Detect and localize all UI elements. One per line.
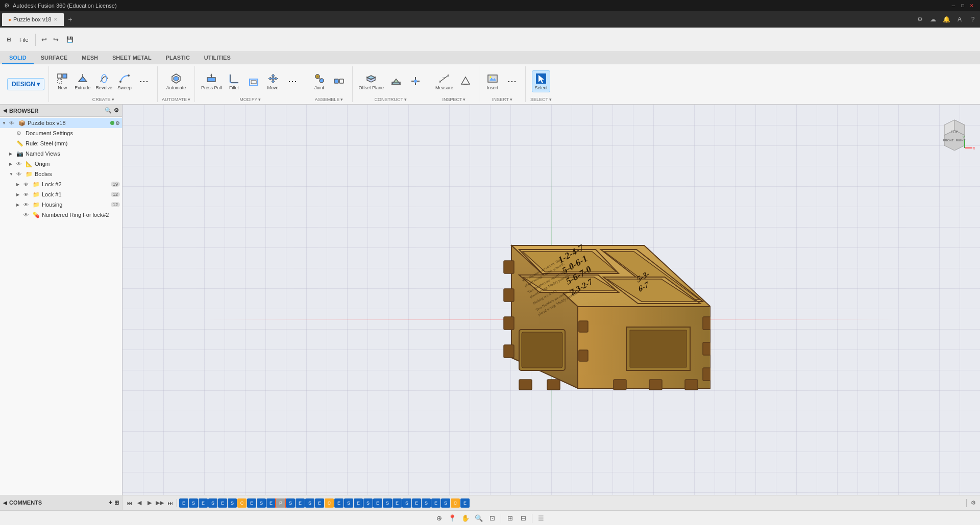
timeline-op-17[interactable]: E (334, 498, 344, 508)
grid-toggle-button[interactable]: ⊞ (504, 513, 516, 524)
tool-shell[interactable] (244, 73, 263, 89)
eye-ring[interactable]: 👁 (23, 212, 31, 218)
insert-arrow-icon[interactable]: ▾ (510, 97, 512, 102)
timeline-op-15[interactable]: E (315, 498, 324, 508)
comments-add-icon[interactable]: + (109, 499, 112, 506)
browser-settings-icon[interactable]: ⚙ (114, 107, 119, 114)
tool-sweep[interactable]: Sweep (115, 71, 134, 92)
tree-item-namedviews[interactable]: ▶ 📷 Named Views (0, 148, 122, 159)
timeline-op-28[interactable]: S (441, 498, 450, 508)
timeline-op-8[interactable]: E (247, 498, 256, 508)
timeline-op-10[interactable]: E (266, 498, 276, 508)
modify-arrow-icon[interactable]: ▾ (258, 97, 261, 102)
tool-new-component[interactable]: New (53, 71, 71, 92)
tool-assemble-component[interactable]: Joint (310, 71, 329, 92)
tool-move[interactable]: Move (264, 71, 282, 92)
redo-button[interactable]: ↪ (51, 34, 62, 45)
timeline-op-12[interactable]: S (286, 498, 295, 508)
assemble-arrow-icon[interactable]: ▾ (340, 97, 343, 102)
browser-collapse-icon[interactable]: ◀ (3, 108, 7, 113)
tree-item-lock2[interactable]: ▶ 👁 📁 Lock #2 19 (0, 179, 122, 189)
tree-item-housing[interactable]: ▶ 👁 📁 Housing 12 (0, 199, 122, 210)
undo-button[interactable]: ↩ (39, 34, 50, 45)
inspect-arrow-icon[interactable]: ▾ (463, 97, 465, 102)
tool-more-construct[interactable] (406, 73, 425, 89)
ribbon-tab-solid[interactable]: SOLID (2, 52, 34, 64)
tool-fillet[interactable]: Fillet (225, 71, 243, 92)
tool-offset-plane[interactable]: Offset Plane (357, 71, 386, 92)
pan-button[interactable]: 📍 (447, 513, 458, 524)
file-menu-button[interactable]: File (16, 33, 32, 47)
tool-select[interactable]: Select (532, 70, 550, 92)
timeline-op-6[interactable]: S (228, 498, 237, 508)
ribbon-tab-sheetmetal[interactable]: SHEET METAL (105, 52, 159, 64)
timeline-op-13[interactable]: E (296, 498, 305, 508)
orbit-button[interactable]: ⊕ (433, 513, 445, 524)
timeline-op-27[interactable]: E (431, 498, 440, 508)
select-arrow-icon[interactable]: ▾ (549, 97, 552, 102)
timeline-next-button[interactable]: ▶▶ (155, 498, 164, 508)
timeline-op-9[interactable]: S (257, 498, 266, 508)
comments-collapse-icon[interactable]: ◀ (3, 500, 7, 506)
timeline-op-20[interactable]: S (363, 498, 373, 508)
settings-icon[interactable]: ⚙ (915, 16, 925, 23)
timeline-op-16[interactable]: C (325, 498, 334, 508)
user-icon[interactable]: A (954, 16, 965, 23)
tool-press-pull[interactable]: Press Pull (199, 71, 224, 92)
tab-puzzle-box[interactable]: ● Puzzle box v18 ✕ (2, 13, 64, 26)
zoom-fit-button[interactable]: ⊡ (486, 513, 498, 524)
timeline-prev-button[interactable]: ◀ (135, 498, 144, 508)
viewcube[interactable]: TOP FRONT RIGHT X Y (934, 110, 975, 151)
timeline-op-14[interactable]: S (305, 498, 314, 508)
browser-search-icon[interactable]: 🔍 (105, 107, 112, 114)
timeline-op-1[interactable]: E (179, 498, 188, 508)
ribbon-tab-utilities[interactable]: UTILITIES (197, 52, 238, 64)
help-icon[interactable]: ? (968, 16, 978, 23)
tab-close-button[interactable]: ✕ (54, 17, 58, 22)
viewport[interactable]: 1-2-4-7 5-0-6-1 5-6-7-0 2-3-2-7 5-3- 6-7… (122, 105, 980, 495)
timeline-op-25[interactable]: E (412, 498, 421, 508)
automate-arrow-icon[interactable]: ▾ (188, 97, 190, 102)
eye-origin[interactable]: 👁 (16, 161, 23, 167)
timeline-op-4[interactable]: S (208, 498, 217, 508)
eye-lock2[interactable]: 👁 (23, 182, 31, 187)
timeline-settings-icon[interactable]: ⚙ (969, 498, 978, 508)
tool-revolve[interactable]: Revolve (93, 71, 114, 92)
tool-insert-image[interactable]: Insert (483, 71, 502, 92)
comments-expand-icon[interactable]: ⊞ (114, 499, 119, 506)
ribbon-tab-mesh[interactable]: MESH (75, 52, 105, 64)
timeline-op-11[interactable]: P (276, 498, 285, 508)
timeline-play-button[interactable]: ▶ (145, 498, 154, 508)
save-button[interactable]: 💾 (63, 33, 77, 47)
timeline-first-button[interactable]: ⏮ (125, 498, 134, 508)
ribbon-tab-plastic[interactable]: PLASTIC (159, 52, 197, 64)
timeline-last-button[interactable]: ⏭ (165, 498, 175, 508)
display-mode-button[interactable]: ☰ (535, 513, 547, 524)
tool-interference[interactable] (456, 73, 475, 89)
timeline-op-3[interactable]: E (199, 498, 208, 508)
hand-button[interactable]: ✋ (460, 513, 471, 524)
tool-more-modify[interactable]: ⋯ (283, 73, 302, 89)
timeline-op-7[interactable]: C (237, 498, 247, 508)
tree-item-rule[interactable]: 📏 Rule: Steel (mm) (0, 138, 122, 148)
eye-bodies[interactable]: 👁 (16, 171, 23, 177)
tree-item-root[interactable]: ▼ 👁 📦 Puzzle box v18 ⚙ (0, 118, 122, 128)
timeline-op-2[interactable]: S (189, 498, 198, 508)
eye-lock1[interactable]: 👁 (23, 192, 31, 197)
timeline-op-5[interactable]: E (218, 498, 227, 508)
timeline-op-26[interactable]: S (422, 498, 431, 508)
notification-icon[interactable]: 🔔 (941, 16, 951, 23)
construct-arrow-icon[interactable]: ▾ (404, 97, 407, 102)
tree-item-origin[interactable]: ▶ 👁 📐 Origin (0, 159, 122, 169)
minimize-button[interactable]: ─ (949, 2, 958, 10)
tool-plane-angle[interactable] (387, 73, 405, 89)
create-arrow-icon[interactable]: ▾ (112, 97, 114, 102)
tool-more-create[interactable]: ⋯ (135, 73, 153, 89)
grid-menu-button[interactable]: ⊞ (3, 33, 15, 47)
perspective-button[interactable]: ⊟ (518, 513, 529, 524)
tree-item-lock1[interactable]: ▶ 👁 📁 Lock #1 12 (0, 189, 122, 199)
ribbon-tab-surface[interactable]: SURFACE (34, 52, 75, 64)
timeline-op-22[interactable]: S (383, 498, 392, 508)
tool-measure[interactable]: ↔ Measure (433, 71, 455, 92)
tool-joint[interactable] (330, 73, 348, 89)
